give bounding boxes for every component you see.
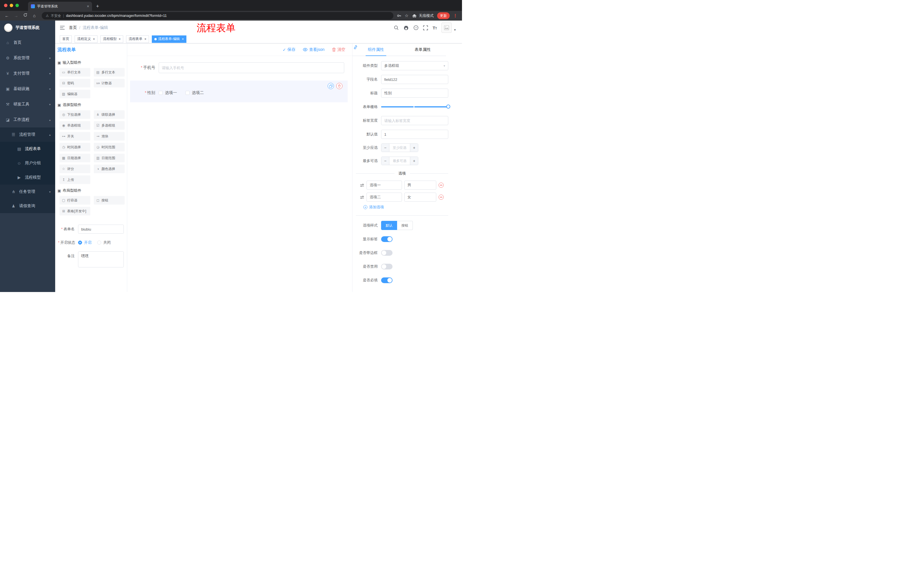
sidebar-item-workflow[interactable]: ◪ 工作流程 ▴ <box>0 112 55 127</box>
copy-component-button[interactable] <box>328 83 334 89</box>
palette-item-text-field[interactable]: ▭单行文本 <box>59 68 90 77</box>
sidebar-item-leave-query[interactable]: ♟ 请假查询 <box>0 199 55 213</box>
menu-kebab-icon[interactable]: ⋮ <box>453 13 457 18</box>
delete-component-button[interactable] <box>336 83 343 89</box>
field-name-input[interactable] <box>381 75 448 84</box>
drag-handle-icon[interactable] <box>360 183 364 188</box>
option-label-input[interactable] <box>366 192 402 202</box>
close-icon[interactable]: × <box>182 38 184 41</box>
palette-item-switch[interactable]: ⊶开关 <box>59 132 90 141</box>
phone-field-row[interactable]: 手机号 <box>130 62 348 73</box>
palette-item-counter[interactable]: 123计数器 <box>94 79 125 87</box>
remark-textarea[interactable]: 嘿嘿 <box>78 252 124 267</box>
drag-handle-icon[interactable] <box>360 195 364 199</box>
border-switch[interactable] <box>381 250 393 256</box>
palette-item-color-picker[interactable]: ◑颜色选择 <box>94 165 125 173</box>
palette-item-rate[interactable]: ☆评分 <box>59 165 90 173</box>
github-icon[interactable] <box>403 25 409 31</box>
decrease-button[interactable]: − <box>381 144 389 152</box>
form-name-input[interactable] <box>78 225 124 234</box>
checkbox-option-1[interactable]: 选项一 <box>159 90 177 95</box>
window-close-button[interactable] <box>4 4 7 7</box>
tag-process-form[interactable]: 流程表单 × <box>126 35 149 43</box>
add-option-button[interactable]: + 添加选项 <box>363 204 448 210</box>
palette-item-password[interactable]: ⊟密码 <box>59 79 90 87</box>
tab-form-props[interactable]: 表单属性 <box>399 43 446 56</box>
window-zoom-button[interactable] <box>15 4 19 7</box>
palette-item-table[interactable]: ⊞表格[开发中] <box>59 207 90 216</box>
status-off-radio[interactable]: 关闭 <box>97 240 111 245</box>
palette-item-editor[interactable]: ▧编辑器 <box>59 90 90 98</box>
avatar-caret-icon[interactable]: ▾ <box>454 28 456 32</box>
slider-handle[interactable] <box>446 105 450 109</box>
help-icon[interactable]: ? <box>413 25 419 30</box>
title-input[interactable] <box>381 89 448 98</box>
tab-close-icon[interactable]: × <box>87 4 89 8</box>
remove-option-icon[interactable] <box>439 194 444 200</box>
component-type-select[interactable]: 多选框组 ▾ <box>381 61 448 70</box>
style-default-button[interactable]: 默认 <box>381 221 397 230</box>
close-icon[interactable]: × <box>93 38 95 41</box>
phone-input[interactable] <box>159 62 344 73</box>
bookmark-star-icon[interactable]: ☆ <box>405 13 409 18</box>
tag-process-form-edit[interactable]: 流程表单-编辑 × <box>152 35 186 43</box>
palette-item-date-picker[interactable]: ▦日期选择 <box>59 154 90 162</box>
sidebar-item-process-management[interactable]: ☰ 流程管理 ▴ <box>0 127 55 142</box>
reload-button[interactable] <box>21 12 29 20</box>
palette-item-textarea[interactable]: ▤多行文本 <box>94 68 125 77</box>
save-button[interactable]: ✓ 保存 <box>283 47 295 52</box>
slider-track[interactable] <box>381 106 448 107</box>
min-select-value[interactable]: 至少应选 <box>389 145 410 150</box>
update-button[interactable]: 更新 <box>437 12 450 19</box>
back-button[interactable]: ← <box>3 12 11 20</box>
style-button-button[interactable]: 按钮 <box>397 221 413 230</box>
show-label-switch[interactable] <box>381 236 393 242</box>
new-tab-button[interactable]: + <box>96 2 99 11</box>
disabled-switch[interactable] <box>381 264 393 270</box>
option-label-input[interactable] <box>366 181 402 190</box>
close-icon[interactable]: × <box>144 38 146 41</box>
option-value-input[interactable] <box>404 181 436 190</box>
close-icon[interactable]: × <box>119 38 120 41</box>
label-width-input[interactable] <box>381 116 448 125</box>
remove-option-icon[interactable] <box>439 183 444 188</box>
sidebar-item-process-model[interactable]: ▶ 流程模型 <box>0 170 55 184</box>
tag-home[interactable]: 首页 <box>60 35 72 43</box>
sidebar-item-process-form[interactable]: ▤ 流程表单 <box>0 142 55 156</box>
tag-process-model[interactable]: 流程模型 × <box>101 35 123 43</box>
tag-process-definition[interactable]: 流程定义 × <box>74 35 97 43</box>
gender-field-block-selected[interactable]: 性别 选项一 选项二 <box>130 81 348 102</box>
font-size-icon[interactable]: TT <box>432 25 437 30</box>
option-value-input[interactable] <box>404 192 436 202</box>
palette-item-row-container[interactable]: ▢行容器 <box>59 196 90 204</box>
search-icon[interactable] <box>394 25 399 30</box>
default-value-input[interactable] <box>381 130 448 139</box>
sidebar-item-user-group[interactable]: ☺ 用户分组 <box>0 156 55 170</box>
window-minimize-button[interactable] <box>10 4 13 7</box>
fullscreen-icon[interactable] <box>423 25 428 30</box>
sidebar-item-system[interactable]: ⚙ 系统管理 ▾ <box>0 50 55 66</box>
checkbox-option-2[interactable]: 选项二 <box>186 90 204 95</box>
palette-item-date-range[interactable]: ▥日期范围 <box>94 154 125 162</box>
tab-component-props[interactable]: 组件属性 <box>353 43 399 56</box>
required-switch[interactable] <box>381 277 393 283</box>
avatar[interactable] <box>441 23 452 33</box>
home-button[interactable]: ⌂ <box>30 12 38 20</box>
browser-tab[interactable]: 芋道管理系统 × <box>28 2 92 11</box>
palette-item-upload[interactable]: ↥上传 <box>59 175 90 184</box>
palette-item-checkbox-group[interactable]: ☑多选框组 <box>94 121 125 130</box>
key-icon[interactable] <box>397 13 401 18</box>
sidebar-item-devtools[interactable]: ⚒ 研发工具 ▾ <box>0 97 55 112</box>
clear-button[interactable]: 清空 <box>332 47 345 52</box>
palette-item-time-range[interactable]: ◶时间范围 <box>94 143 125 151</box>
status-on-radio[interactable]: 开启 <box>78 240 91 245</box>
sidebar-logo[interactable]: 芋道管理系统 <box>0 21 55 35</box>
grid-slider[interactable] <box>381 102 448 112</box>
view-json-button[interactable]: 查看json <box>303 47 325 52</box>
decrease-button[interactable]: − <box>381 157 389 165</box>
increase-button[interactable]: + <box>410 144 418 152</box>
sidebar-item-payment[interactable]: ¥ 支付管理 ▾ <box>0 66 55 81</box>
forward-button[interactable]: → <box>12 12 20 20</box>
palette-item-time-picker[interactable]: ◷时间选择 <box>59 143 90 151</box>
address-bar[interactable]: ⚠ 不安全 | dashboard.yudao.iocoder.cn/bpm/m… <box>42 12 393 20</box>
